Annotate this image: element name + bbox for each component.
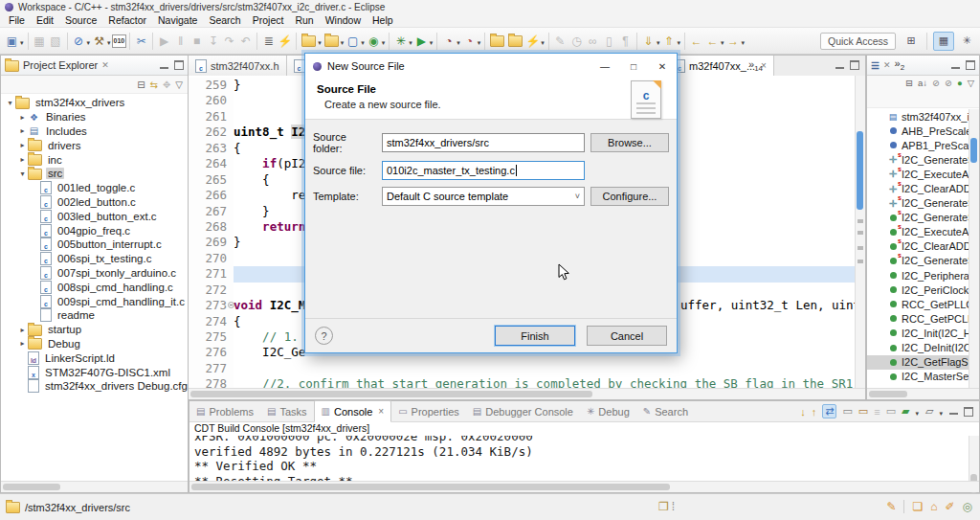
- console-view-icon[interactable]: ≣: [260, 32, 277, 51]
- education-icon[interactable]: ⌂: [930, 500, 937, 513]
- dropdown-arrow-icon[interactable]: ▾: [916, 410, 920, 418]
- collapsed-arrow-icon[interactable]: ▸: [17, 113, 28, 122]
- outline-hscrollbar[interactable]: [867, 388, 979, 399]
- collapsed-arrow-icon[interactable]: ▸: [17, 339, 28, 348]
- outline-item[interactable]: I2C_Periphera: [867, 268, 969, 283]
- step-over-icon[interactable]: ↷: [221, 32, 237, 51]
- collapse-all-icon[interactable]: ⊟: [905, 78, 913, 88]
- outline-item[interactable]: ✛sI2C_ClearADD: [867, 181, 969, 195]
- clear-console-icon[interactable]: ▭: [886, 405, 896, 418]
- code-line[interactable]: 277: [189, 361, 856, 376]
- mark-occurrences-icon[interactable]: ✂: [133, 32, 149, 51]
- minimize-icon[interactable]: [160, 67, 168, 69]
- tree-item[interactable]: ▸Debug: [1, 337, 188, 351]
- maximize-icon[interactable]: [966, 60, 975, 70]
- hide-fields-icon[interactable]: ⊘: [932, 78, 940, 88]
- menu-project[interactable]: Project: [247, 14, 290, 26]
- scroll-lock-down-icon[interactable]: ↓: [800, 406, 806, 418]
- editor-tab[interactable]: cstm32f407xx.h: [189, 56, 287, 76]
- profile-icon[interactable]: ◔: [440, 32, 457, 51]
- dropdown-arrow-icon[interactable]: ▾: [541, 39, 545, 47]
- collapsed-arrow-icon[interactable]: ▸: [17, 126, 28, 135]
- cpp-perspective-icon[interactable]: ▦: [933, 32, 954, 51]
- tree-item[interactable]: ▸❖Binaries: [1, 110, 188, 124]
- dropdown-arrow-icon[interactable]: ▾: [677, 39, 680, 47]
- collapsed-arrow-icon[interactable]: ▸: [17, 326, 28, 334]
- collapse-all-icon[interactable]: ⊟: [137, 79, 145, 90]
- open-perspective-icon[interactable]: ⊞: [902, 33, 921, 50]
- menu-help[interactable]: Help: [367, 14, 399, 26]
- help-button[interactable]: ?: [315, 327, 333, 345]
- open-console-icon[interactable]: ▱: [925, 405, 933, 418]
- minimize-icon[interactable]: [951, 67, 960, 69]
- minimize-icon[interactable]: [949, 413, 958, 415]
- run-icon[interactable]: ▶: [413, 32, 430, 51]
- console-output[interactable]: xPSR: 0x01000000 pc: 0x2000002e msp: 0x2…: [189, 436, 969, 482]
- menu-window[interactable]: Window: [320, 14, 367, 26]
- configure-button[interactable]: Configure...: [590, 187, 669, 206]
- template-select[interactable]: Default C source template˅: [382, 187, 585, 206]
- maximize-icon[interactable]: [174, 60, 184, 70]
- outline-item[interactable]: sI2C_ExecuteA: [867, 225, 969, 239]
- coverage-icon[interactable]: ◔: [461, 32, 478, 51]
- pin-console-icon[interactable]: ⇄: [822, 404, 836, 418]
- watch-icon[interactable]: ◷: [568, 32, 585, 51]
- back-icon[interactable]: ←: [704, 32, 721, 51]
- dropdown-arrow-icon[interactable]: ▾: [382, 39, 386, 47]
- outline-item[interactable]: I2C_DeInit(I2C: [867, 341, 969, 355]
- tree-item[interactable]: ▾stm32f4xx_drivers: [1, 96, 188, 110]
- outline-item[interactable]: ✛sI2C_GenerateS: [867, 196, 969, 211]
- console-tab-debug[interactable]: ✳Debug: [580, 401, 636, 421]
- outline-item[interactable]: I2C_MasterSe: [867, 370, 969, 384]
- minimize-icon[interactable]: [835, 67, 844, 69]
- source-file-input[interactable]: 010i2c_master_tx_testing.c: [382, 161, 585, 180]
- step-return-icon[interactable]: ↶: [237, 32, 254, 51]
- step-into-icon[interactable]: ↧: [205, 32, 221, 51]
- outline-item[interactable]: sI2C_GenerateS: [867, 254, 969, 268]
- scroll-up-icon[interactable]: ↑: [812, 406, 817, 418]
- console-tab-properties[interactable]: ▭Properties: [391, 401, 466, 421]
- new-wizard-icon[interactable]: ▣: [4, 32, 20, 51]
- menu-file[interactable]: File: [3, 14, 31, 26]
- tree-item[interactable]: xSTM32F407G-DISC1.xml: [1, 365, 188, 379]
- new-c-file-icon[interactable]: ▢: [345, 32, 361, 51]
- debug-icon[interactable]: ✳: [392, 32, 409, 51]
- outline-item[interactable]: I2C_Init(I2C_H: [867, 326, 969, 340]
- outline-item[interactable]: ▤stm32f407xx_i: [867, 109, 969, 124]
- last-edit-icon[interactable]: ←: [688, 32, 704, 51]
- outline-item[interactable]: ✛sI2C_GenerateS: [867, 152, 969, 167]
- menu-run[interactable]: Run: [289, 14, 319, 26]
- flash-target-icon[interactable]: ⚡: [277, 32, 293, 51]
- dropdown-arrow-icon[interactable]: ▾: [87, 39, 91, 47]
- dialog-minimize-icon[interactable]: —: [590, 54, 619, 79]
- suspend-icon[interactable]: ‖: [172, 32, 189, 51]
- tree-item[interactable]: c005button_interrupt.c: [1, 237, 188, 252]
- new-class-icon[interactable]: ◉: [366, 32, 382, 51]
- outline-item[interactable]: ✛sI2C_ExecuteA: [867, 167, 969, 181]
- tab-overflow[interactable]: »14: [748, 58, 763, 73]
- menu-search[interactable]: Search: [203, 14, 246, 26]
- open-project-icon[interactable]: [490, 35, 504, 47]
- view-menu-icon[interactable]: ▽: [175, 79, 183, 90]
- show-error-icon[interactable]: ▭: [858, 405, 868, 418]
- menu-source[interactable]: Source: [59, 14, 102, 26]
- outline-item[interactable]: RCC_GetPCLK: [867, 311, 969, 326]
- source-folder-input[interactable]: stm32f4xx_drivers/src: [382, 133, 585, 152]
- outline-item[interactable]: APB1_PreScal: [867, 138, 969, 152]
- dropdown-arrow-icon[interactable]: ▾: [478, 39, 481, 47]
- pencil-icon[interactable]: ✎: [552, 32, 568, 51]
- maximize-icon[interactable]: [964, 407, 973, 417]
- console-hscrollbar[interactable]: [189, 481, 979, 492]
- expanded-arrow-icon[interactable]: ▾: [17, 170, 28, 178]
- book-icon[interactable]: ❏: [912, 500, 923, 513]
- menu-edit[interactable]: Edit: [31, 14, 59, 26]
- tree-item[interactable]: c002led_button.c: [1, 195, 188, 210]
- dropdown-arrow-icon[interactable]: ▾: [721, 39, 724, 47]
- browse-button[interactable]: Browse...: [590, 133, 669, 152]
- outline-item[interactable]: I2C_PeriClock: [867, 283, 969, 297]
- forward-icon[interactable]: →: [724, 32, 741, 51]
- collapsed-arrow-icon[interactable]: ▸: [17, 155, 28, 164]
- tree-item[interactable]: stm32f4xx_drivers Debug.cfg: [1, 379, 188, 394]
- maximize-icon[interactable]: [850, 60, 859, 70]
- tab-close-icon[interactable]: ✕: [101, 60, 109, 70]
